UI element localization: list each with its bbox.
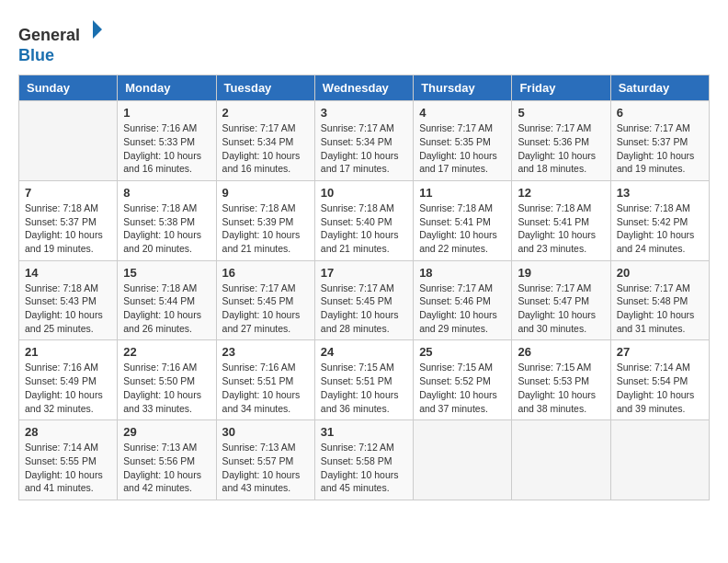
logo-blue-text: Blue <box>18 46 54 64</box>
day-number: 14 <box>25 266 111 280</box>
page-header: General Blue <box>18 18 710 65</box>
day-info: Sunrise: 7:13 AM Sunset: 5:57 PM Dayligh… <box>222 441 309 495</box>
day-number: 17 <box>321 266 407 280</box>
day-info: Sunrise: 7:17 AM Sunset: 5:45 PM Dayligh… <box>222 282 309 336</box>
day-info: Sunrise: 7:17 AM Sunset: 5:37 PM Dayligh… <box>617 121 703 176</box>
day-of-week-header: Monday <box>118 75 216 101</box>
calendar-week-row: 7Sunrise: 7:18 AM Sunset: 5:37 PM Daylig… <box>19 180 710 260</box>
day-number: 26 <box>518 345 604 359</box>
calendar-cell: 14Sunrise: 7:18 AM Sunset: 5:43 PM Dayli… <box>19 260 118 340</box>
calendar-cell: 26Sunrise: 7:15 AM Sunset: 5:53 PM Dayli… <box>512 340 610 420</box>
day-number: 28 <box>25 425 111 439</box>
day-number: 20 <box>617 266 703 280</box>
day-number: 6 <box>617 106 703 120</box>
calendar-cell: 9Sunrise: 7:18 AM Sunset: 5:39 PM Daylig… <box>216 180 314 260</box>
day-of-week-header: Sunday <box>19 75 118 101</box>
day-info: Sunrise: 7:18 AM Sunset: 5:43 PM Dayligh… <box>25 282 111 336</box>
calendar-cell: 6Sunrise: 7:17 AM Sunset: 5:37 PM Daylig… <box>610 101 709 181</box>
calendar-cell: 31Sunrise: 7:12 AM Sunset: 5:58 PM Dayli… <box>314 420 413 500</box>
day-info: Sunrise: 7:17 AM Sunset: 5:34 PM Dayligh… <box>222 121 309 176</box>
day-info: Sunrise: 7:18 AM Sunset: 5:40 PM Dayligh… <box>321 201 407 256</box>
day-number: 11 <box>419 186 506 200</box>
day-number: 13 <box>617 186 703 200</box>
day-info: Sunrise: 7:17 AM Sunset: 5:36 PM Dayligh… <box>518 121 604 176</box>
day-info: Sunrise: 7:16 AM Sunset: 5:49 PM Dayligh… <box>25 361 111 415</box>
day-number: 9 <box>222 186 309 200</box>
calendar-cell: 24Sunrise: 7:15 AM Sunset: 5:51 PM Dayli… <box>314 340 413 420</box>
day-info: Sunrise: 7:12 AM Sunset: 5:58 PM Dayligh… <box>321 441 407 495</box>
day-info: Sunrise: 7:15 AM Sunset: 5:51 PM Dayligh… <box>321 361 407 415</box>
calendar-cell: 29Sunrise: 7:13 AM Sunset: 5:56 PM Dayli… <box>118 420 216 500</box>
day-number: 15 <box>123 266 210 280</box>
calendar-cell: 5Sunrise: 7:17 AM Sunset: 5:36 PM Daylig… <box>512 101 610 181</box>
day-info: Sunrise: 7:17 AM Sunset: 5:46 PM Dayligh… <box>419 282 506 336</box>
calendar-cell: 19Sunrise: 7:17 AM Sunset: 5:47 PM Dayli… <box>512 260 610 340</box>
day-number: 8 <box>123 186 210 200</box>
calendar-cell: 13Sunrise: 7:18 AM Sunset: 5:42 PM Dayli… <box>610 180 709 260</box>
calendar-cell: 15Sunrise: 7:18 AM Sunset: 5:44 PM Dayli… <box>118 260 216 340</box>
calendar-header-row: SundayMondayTuesdayWednesdayThursdayFrid… <box>19 75 710 101</box>
day-info: Sunrise: 7:18 AM Sunset: 5:44 PM Dayligh… <box>123 282 210 336</box>
calendar-cell: 4Sunrise: 7:17 AM Sunset: 5:35 PM Daylig… <box>414 101 512 181</box>
calendar-body: 1Sunrise: 7:16 AM Sunset: 5:33 PM Daylig… <box>19 101 710 500</box>
day-of-week-header: Wednesday <box>314 75 413 101</box>
day-of-week-header: Thursday <box>414 75 512 101</box>
day-number: 23 <box>222 345 309 359</box>
day-info: Sunrise: 7:17 AM Sunset: 5:45 PM Dayligh… <box>321 282 407 336</box>
day-number: 3 <box>321 106 407 120</box>
day-of-week-header: Friday <box>512 75 610 101</box>
day-info: Sunrise: 7:18 AM Sunset: 5:41 PM Dayligh… <box>518 201 604 256</box>
day-info: Sunrise: 7:16 AM Sunset: 5:33 PM Dayligh… <box>123 121 210 176</box>
day-number: 7 <box>25 186 111 200</box>
calendar-week-row: 21Sunrise: 7:16 AM Sunset: 5:49 PM Dayli… <box>19 340 710 420</box>
day-number: 31 <box>321 425 407 439</box>
day-number: 25 <box>419 345 506 359</box>
day-number: 12 <box>518 186 604 200</box>
calendar-cell: 3Sunrise: 7:17 AM Sunset: 5:34 PM Daylig… <box>314 101 413 181</box>
calendar-cell: 2Sunrise: 7:17 AM Sunset: 5:34 PM Daylig… <box>216 101 314 181</box>
calendar-cell: 16Sunrise: 7:17 AM Sunset: 5:45 PM Dayli… <box>216 260 314 340</box>
day-number: 4 <box>419 106 506 120</box>
logo: General Blue <box>18 18 104 65</box>
calendar-cell <box>512 420 610 500</box>
calendar-week-row: 1Sunrise: 7:16 AM Sunset: 5:33 PM Daylig… <box>19 101 710 181</box>
day-of-week-header: Tuesday <box>216 75 314 101</box>
day-number: 22 <box>123 345 210 359</box>
calendar-cell <box>414 420 512 500</box>
day-number: 2 <box>222 106 309 120</box>
calendar-cell: 25Sunrise: 7:15 AM Sunset: 5:52 PM Dayli… <box>414 340 512 420</box>
calendar-cell: 11Sunrise: 7:18 AM Sunset: 5:41 PM Dayli… <box>414 180 512 260</box>
calendar-cell: 21Sunrise: 7:16 AM Sunset: 5:49 PM Dayli… <box>19 340 118 420</box>
day-info: Sunrise: 7:14 AM Sunset: 5:54 PM Dayligh… <box>617 361 703 415</box>
calendar-cell <box>19 101 118 181</box>
day-info: Sunrise: 7:17 AM Sunset: 5:35 PM Dayligh… <box>419 121 506 176</box>
day-number: 5 <box>518 106 604 120</box>
day-number: 29 <box>123 425 210 439</box>
day-info: Sunrise: 7:14 AM Sunset: 5:55 PM Dayligh… <box>25 441 111 495</box>
day-number: 27 <box>617 345 703 359</box>
day-number: 18 <box>419 266 506 280</box>
day-info: Sunrise: 7:17 AM Sunset: 5:48 PM Dayligh… <box>617 282 703 336</box>
calendar-cell <box>610 420 709 500</box>
day-info: Sunrise: 7:18 AM Sunset: 5:39 PM Dayligh… <box>222 201 309 256</box>
calendar-cell: 23Sunrise: 7:16 AM Sunset: 5:51 PM Dayli… <box>216 340 314 420</box>
day-info: Sunrise: 7:15 AM Sunset: 5:53 PM Dayligh… <box>518 361 604 415</box>
day-number: 19 <box>518 266 604 280</box>
calendar-cell: 18Sunrise: 7:17 AM Sunset: 5:46 PM Dayli… <box>414 260 512 340</box>
calendar-cell: 20Sunrise: 7:17 AM Sunset: 5:48 PM Dayli… <box>610 260 709 340</box>
calendar-cell: 22Sunrise: 7:16 AM Sunset: 5:50 PM Dayli… <box>118 340 216 420</box>
logo-general-text: General <box>18 26 80 44</box>
day-info: Sunrise: 7:18 AM Sunset: 5:38 PM Dayligh… <box>123 201 210 256</box>
day-number: 1 <box>123 106 210 120</box>
day-number: 24 <box>321 345 407 359</box>
day-number: 10 <box>321 186 407 200</box>
day-info: Sunrise: 7:17 AM Sunset: 5:47 PM Dayligh… <box>518 282 604 336</box>
day-number: 16 <box>222 266 309 280</box>
day-info: Sunrise: 7:16 AM Sunset: 5:51 PM Dayligh… <box>222 361 309 415</box>
day-number: 30 <box>222 425 309 439</box>
calendar-week-row: 14Sunrise: 7:18 AM Sunset: 5:43 PM Dayli… <box>19 260 710 340</box>
day-info: Sunrise: 7:13 AM Sunset: 5:56 PM Dayligh… <box>123 441 210 495</box>
day-info: Sunrise: 7:18 AM Sunset: 5:42 PM Dayligh… <box>617 201 703 256</box>
day-info: Sunrise: 7:15 AM Sunset: 5:52 PM Dayligh… <box>419 361 506 415</box>
svg-marker-0 <box>93 20 102 39</box>
